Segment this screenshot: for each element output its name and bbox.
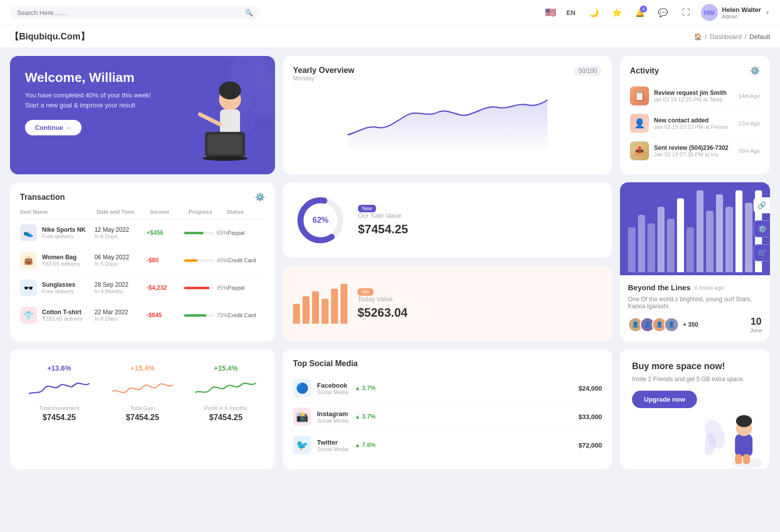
chevron-down-icon: ▼ bbox=[765, 10, 770, 15]
beyond-title: Beyond the Lines bbox=[628, 283, 690, 292]
social-item-1: 📸 Instagram Social Media ▲ 3.7% $33,000 bbox=[293, 403, 602, 431]
col-status: Status bbox=[226, 209, 265, 215]
social-info-0: Facebook Social Media bbox=[317, 382, 348, 395]
bar-c-9 bbox=[716, 194, 724, 272]
social-card: Top Social Media 🔵 Facebook Social Media… bbox=[283, 349, 612, 469]
star-button[interactable]: ⭐ bbox=[609, 4, 625, 20]
activity-settings-icon[interactable]: ⚙️ bbox=[750, 66, 760, 75]
transaction-title: Transaction bbox=[20, 193, 65, 202]
today-label: Today Value bbox=[358, 295, 602, 303]
bar-c-12 bbox=[745, 203, 752, 272]
transaction-settings-icon[interactable]: ⚙️ bbox=[255, 192, 265, 202]
chat-button[interactable]: 💬 bbox=[655, 4, 671, 20]
bar-0 bbox=[293, 304, 300, 324]
item-name-2: Sunglasses bbox=[42, 281, 76, 288]
table-row-1: 👜 Women Bag ₹83.65 delivery 06 May 2022 … bbox=[20, 247, 265, 274]
upgrade-button[interactable]: Upgrade now bbox=[632, 391, 697, 408]
bar-c-0 bbox=[628, 227, 636, 272]
income-cell-2: -$4,232 bbox=[146, 284, 184, 291]
sale-info: New Our Sale Value $7454.25 bbox=[358, 204, 602, 236]
middle-col-cards: 62% New Our Sale Value $7454.25 bbox=[283, 182, 612, 341]
upgrade-card: Buy more space now! Invite 2 Friends and… bbox=[620, 349, 770, 469]
col-item-name: Item Name bbox=[20, 209, 96, 215]
notification-button[interactable]: 🔔 4 bbox=[632, 4, 648, 20]
social-icon-ig: 📸 bbox=[293, 408, 311, 426]
sparkline-2 bbox=[192, 376, 260, 401]
progress-cell-2: 85% bbox=[184, 285, 228, 291]
item-sub-0: Free delivery bbox=[42, 233, 86, 239]
social-icon-fb: 🔵 bbox=[293, 379, 311, 397]
svg-rect-4 bbox=[220, 109, 240, 134]
social-growth-1: ▲ 3.7% bbox=[354, 413, 376, 420]
user-info[interactable]: HW Helen Walter Admin ▼ bbox=[701, 4, 770, 21]
brand-logo: 【Biqubiqu.Com】 bbox=[10, 30, 90, 42]
bar-c-1 bbox=[638, 215, 646, 272]
today-bar-chart bbox=[293, 284, 348, 324]
stat-item-2: +15.4% Profit in 6 months $7454.25 bbox=[186, 359, 265, 459]
bar-c-8 bbox=[706, 211, 714, 272]
item-cell-0: 👟 Nike Sports NK Free delivery bbox=[20, 224, 94, 241]
transaction-header: Transaction ⚙️ bbox=[20, 192, 265, 202]
sale-label: Our Sale Value bbox=[358, 212, 602, 219]
fullscreen-button[interactable]: ⛶ bbox=[678, 4, 694, 20]
col-progress: Progress bbox=[188, 209, 227, 215]
item-name-0: Nike Sports NK bbox=[42, 226, 86, 233]
welcome-card: Welcome, William You have completed 40% … bbox=[10, 56, 275, 174]
yearly-header: Yearly Overview Monday 50/100 bbox=[293, 66, 602, 87]
date-month: June bbox=[750, 327, 762, 333]
stat-item-1: +15.4% Total Gain $7454.25 bbox=[104, 359, 182, 459]
continue-button[interactable]: Continue → bbox=[25, 120, 82, 135]
item-sub-3: ₹283.65 delivery bbox=[42, 316, 83, 322]
activity-content-1: New contact added Jan 02 19 03:10 PM at … bbox=[654, 117, 734, 130]
hot-badge: Hot bbox=[358, 288, 374, 296]
bar-c-3 bbox=[658, 207, 665, 272]
new-badge: New bbox=[358, 205, 376, 212]
bar-c-4 bbox=[667, 219, 674, 272]
social-amount-2: $72,000 bbox=[578, 442, 602, 449]
income-cell-1: -$80 bbox=[146, 257, 184, 264]
progress-cell-0: 65% bbox=[184, 230, 228, 236]
activity-sub-2: Jan 02 19 07:35 PM at Iris bbox=[654, 151, 734, 157]
welcome-subtitle: You have completed 40% of your this week… bbox=[25, 90, 166, 110]
top-navigation: 🔍 🇺🇸 EN 🌙 ⭐ 🔔 4 💬 ⛶ HW Helen Walter Admi… bbox=[0, 0, 780, 25]
bar-c-11 bbox=[736, 190, 743, 272]
chart-actions: 🔗 ⚙️ 🛒 bbox=[754, 197, 770, 261]
dark-mode-button[interactable]: 🌙 bbox=[586, 4, 602, 20]
social-amount-1: $33,000 bbox=[578, 413, 602, 421]
bar-3 bbox=[322, 299, 328, 324]
social-amount-0: $24,000 bbox=[578, 385, 602, 392]
activity-title-1: New contact added bbox=[654, 117, 734, 124]
today-value: $5263.04 bbox=[358, 306, 602, 320]
social-icon-tw: 🐦 bbox=[293, 436, 311, 454]
social-name-1: Instagram bbox=[317, 410, 348, 418]
income-cell-0: +$456 bbox=[146, 229, 184, 236]
search-input[interactable] bbox=[17, 9, 241, 16]
activity-title-2: Sent review (504)236-7302 bbox=[654, 144, 734, 151]
chart-action-0[interactable]: 🔗 bbox=[754, 197, 770, 213]
social-growth-0: ▲ 3.7% bbox=[354, 385, 376, 392]
activity-card: Activity ⚙️ 📋 Review request jim Smith j… bbox=[620, 56, 770, 174]
home-icon[interactable]: 🏠 bbox=[694, 33, 702, 40]
bar-c-2 bbox=[648, 223, 655, 272]
chart-action-1[interactable]: ⚙️ bbox=[754, 220, 770, 237]
lang-button[interactable]: EN bbox=[563, 4, 579, 20]
activity-content-2: Sent review (504)236-7302 Jan 02 19 07:3… bbox=[654, 144, 734, 157]
chart-action-2[interactable]: 🛒 bbox=[754, 244, 770, 261]
user-name: Helen Walter bbox=[722, 6, 761, 13]
item-name-1: Women Bag bbox=[42, 254, 80, 261]
svg-point-8 bbox=[202, 156, 248, 161]
svg-line-9 bbox=[200, 114, 220, 124]
breadcrumb-dashboard[interactable]: Dashboard bbox=[710, 33, 742, 40]
activity-thumb-0: 📋 bbox=[630, 86, 649, 105]
today-value-card: Hot Today Value $5263.04 bbox=[283, 266, 612, 341]
social-item-2: 🐦 Twitter Social Media ▲ 7.6% $72,000 bbox=[293, 431, 602, 459]
beyond-desc: One Of the world,s brightest, young surf… bbox=[628, 296, 762, 310]
search-box[interactable]: 🔍 bbox=[10, 6, 260, 19]
status-cell-1: Credit Card bbox=[228, 257, 265, 263]
svg-rect-16 bbox=[735, 454, 742, 464]
upgrade-content: Buy more space now! Invite 2 Friends and… bbox=[632, 361, 758, 408]
income-cell-3: -$645 bbox=[146, 312, 184, 319]
social-info-1: Instagram Social Media bbox=[317, 410, 348, 424]
item-icon-3: 👕 bbox=[20, 307, 37, 324]
activity-sub-0: jan 03 19 12:25 PM at Tame bbox=[654, 96, 734, 102]
